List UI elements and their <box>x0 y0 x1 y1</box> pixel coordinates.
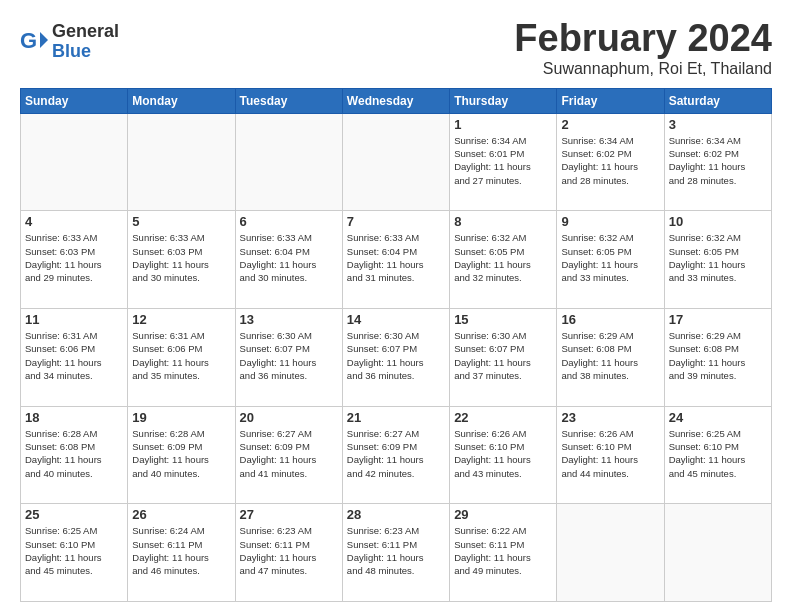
day-number: 2 <box>561 117 659 132</box>
day-detail: Sunrise: 6:23 AM Sunset: 6:11 PM Dayligh… <box>240 524 338 577</box>
day-number: 11 <box>25 312 123 327</box>
page: G General Blue February 2024 Suwannaphum… <box>0 0 792 612</box>
calendar-cell: 2Sunrise: 6:34 AM Sunset: 6:02 PM Daylig… <box>557 113 664 211</box>
calendar-cell <box>235 113 342 211</box>
calendar-cell: 17Sunrise: 6:29 AM Sunset: 6:08 PM Dayli… <box>664 309 771 407</box>
day-detail: Sunrise: 6:30 AM Sunset: 6:07 PM Dayligh… <box>454 329 552 382</box>
day-detail: Sunrise: 6:32 AM Sunset: 6:05 PM Dayligh… <box>561 231 659 284</box>
day-detail: Sunrise: 6:23 AM Sunset: 6:11 PM Dayligh… <box>347 524 445 577</box>
day-detail: Sunrise: 6:33 AM Sunset: 6:03 PM Dayligh… <box>132 231 230 284</box>
week-row-1: 4Sunrise: 6:33 AM Sunset: 6:03 PM Daylig… <box>21 211 772 309</box>
calendar-cell: 25Sunrise: 6:25 AM Sunset: 6:10 PM Dayli… <box>21 504 128 602</box>
svg-text:G: G <box>20 28 37 53</box>
day-number: 14 <box>347 312 445 327</box>
calendar-cell: 27Sunrise: 6:23 AM Sunset: 6:11 PM Dayli… <box>235 504 342 602</box>
calendar-cell: 14Sunrise: 6:30 AM Sunset: 6:07 PM Dayli… <box>342 309 449 407</box>
col-header-saturday: Saturday <box>664 88 771 113</box>
day-detail: Sunrise: 6:34 AM Sunset: 6:02 PM Dayligh… <box>561 134 659 187</box>
week-row-4: 25Sunrise: 6:25 AM Sunset: 6:10 PM Dayli… <box>21 504 772 602</box>
day-detail: Sunrise: 6:33 AM Sunset: 6:04 PM Dayligh… <box>347 231 445 284</box>
calendar-cell: 24Sunrise: 6:25 AM Sunset: 6:10 PM Dayli… <box>664 406 771 504</box>
calendar-cell: 9Sunrise: 6:32 AM Sunset: 6:05 PM Daylig… <box>557 211 664 309</box>
day-number: 15 <box>454 312 552 327</box>
calendar-cell: 13Sunrise: 6:30 AM Sunset: 6:07 PM Dayli… <box>235 309 342 407</box>
calendar-cell: 29Sunrise: 6:22 AM Sunset: 6:11 PM Dayli… <box>450 504 557 602</box>
calendar-cell: 22Sunrise: 6:26 AM Sunset: 6:10 PM Dayli… <box>450 406 557 504</box>
svg-marker-1 <box>40 32 48 48</box>
day-detail: Sunrise: 6:29 AM Sunset: 6:08 PM Dayligh… <box>669 329 767 382</box>
logo: G General Blue <box>20 22 119 62</box>
calendar-cell: 28Sunrise: 6:23 AM Sunset: 6:11 PM Dayli… <box>342 504 449 602</box>
calendar-cell: 3Sunrise: 6:34 AM Sunset: 6:02 PM Daylig… <box>664 113 771 211</box>
day-detail: Sunrise: 6:24 AM Sunset: 6:11 PM Dayligh… <box>132 524 230 577</box>
day-detail: Sunrise: 6:34 AM Sunset: 6:01 PM Dayligh… <box>454 134 552 187</box>
day-number: 17 <box>669 312 767 327</box>
day-number: 5 <box>132 214 230 229</box>
col-header-sunday: Sunday <box>21 88 128 113</box>
day-detail: Sunrise: 6:25 AM Sunset: 6:10 PM Dayligh… <box>25 524 123 577</box>
day-detail: Sunrise: 6:30 AM Sunset: 6:07 PM Dayligh… <box>240 329 338 382</box>
day-number: 25 <box>25 507 123 522</box>
week-row-3: 18Sunrise: 6:28 AM Sunset: 6:08 PM Dayli… <box>21 406 772 504</box>
day-number: 7 <box>347 214 445 229</box>
day-number: 8 <box>454 214 552 229</box>
calendar-cell: 12Sunrise: 6:31 AM Sunset: 6:06 PM Dayli… <box>128 309 235 407</box>
calendar-cell: 23Sunrise: 6:26 AM Sunset: 6:10 PM Dayli… <box>557 406 664 504</box>
location-title: Suwannaphum, Roi Et, Thailand <box>514 60 772 78</box>
calendar-cell: 6Sunrise: 6:33 AM Sunset: 6:04 PM Daylig… <box>235 211 342 309</box>
day-number: 9 <box>561 214 659 229</box>
day-detail: Sunrise: 6:28 AM Sunset: 6:09 PM Dayligh… <box>132 427 230 480</box>
day-number: 13 <box>240 312 338 327</box>
col-header-thursday: Thursday <box>450 88 557 113</box>
day-detail: Sunrise: 6:33 AM Sunset: 6:04 PM Dayligh… <box>240 231 338 284</box>
day-detail: Sunrise: 6:26 AM Sunset: 6:10 PM Dayligh… <box>454 427 552 480</box>
calendar-cell: 11Sunrise: 6:31 AM Sunset: 6:06 PM Dayli… <box>21 309 128 407</box>
day-detail: Sunrise: 6:22 AM Sunset: 6:11 PM Dayligh… <box>454 524 552 577</box>
day-detail: Sunrise: 6:31 AM Sunset: 6:06 PM Dayligh… <box>25 329 123 382</box>
day-number: 10 <box>669 214 767 229</box>
day-number: 16 <box>561 312 659 327</box>
day-detail: Sunrise: 6:28 AM Sunset: 6:08 PM Dayligh… <box>25 427 123 480</box>
logo-text: General Blue <box>52 22 119 62</box>
header: G General Blue February 2024 Suwannaphum… <box>20 18 772 78</box>
day-number: 1 <box>454 117 552 132</box>
day-detail: Sunrise: 6:26 AM Sunset: 6:10 PM Dayligh… <box>561 427 659 480</box>
day-detail: Sunrise: 6:25 AM Sunset: 6:10 PM Dayligh… <box>669 427 767 480</box>
calendar-cell <box>342 113 449 211</box>
col-header-wednesday: Wednesday <box>342 88 449 113</box>
day-number: 21 <box>347 410 445 425</box>
calendar-cell <box>664 504 771 602</box>
day-number: 27 <box>240 507 338 522</box>
col-header-tuesday: Tuesday <box>235 88 342 113</box>
calendar-cell: 20Sunrise: 6:27 AM Sunset: 6:09 PM Dayli… <box>235 406 342 504</box>
day-number: 24 <box>669 410 767 425</box>
calendar-cell: 16Sunrise: 6:29 AM Sunset: 6:08 PM Dayli… <box>557 309 664 407</box>
logo-general: General <box>52 22 119 42</box>
day-number: 4 <box>25 214 123 229</box>
day-detail: Sunrise: 6:27 AM Sunset: 6:09 PM Dayligh… <box>240 427 338 480</box>
calendar-table: SundayMondayTuesdayWednesdayThursdayFrid… <box>20 88 772 602</box>
day-number: 12 <box>132 312 230 327</box>
day-detail: Sunrise: 6:32 AM Sunset: 6:05 PM Dayligh… <box>669 231 767 284</box>
calendar-cell <box>21 113 128 211</box>
day-number: 3 <box>669 117 767 132</box>
day-number: 20 <box>240 410 338 425</box>
calendar-cell: 18Sunrise: 6:28 AM Sunset: 6:08 PM Dayli… <box>21 406 128 504</box>
calendar-cell <box>128 113 235 211</box>
day-number: 18 <box>25 410 123 425</box>
calendar-header-row: SundayMondayTuesdayWednesdayThursdayFrid… <box>21 88 772 113</box>
calendar-cell: 1Sunrise: 6:34 AM Sunset: 6:01 PM Daylig… <box>450 113 557 211</box>
col-header-friday: Friday <box>557 88 664 113</box>
logo-icon: G <box>20 28 48 56</box>
week-row-2: 11Sunrise: 6:31 AM Sunset: 6:06 PM Dayli… <box>21 309 772 407</box>
day-number: 6 <box>240 214 338 229</box>
calendar-cell: 5Sunrise: 6:33 AM Sunset: 6:03 PM Daylig… <box>128 211 235 309</box>
week-row-0: 1Sunrise: 6:34 AM Sunset: 6:01 PM Daylig… <box>21 113 772 211</box>
title-block: February 2024 Suwannaphum, Roi Et, Thail… <box>514 18 772 78</box>
day-detail: Sunrise: 6:34 AM Sunset: 6:02 PM Dayligh… <box>669 134 767 187</box>
day-number: 26 <box>132 507 230 522</box>
day-number: 23 <box>561 410 659 425</box>
day-detail: Sunrise: 6:29 AM Sunset: 6:08 PM Dayligh… <box>561 329 659 382</box>
day-detail: Sunrise: 6:33 AM Sunset: 6:03 PM Dayligh… <box>25 231 123 284</box>
calendar-cell <box>557 504 664 602</box>
